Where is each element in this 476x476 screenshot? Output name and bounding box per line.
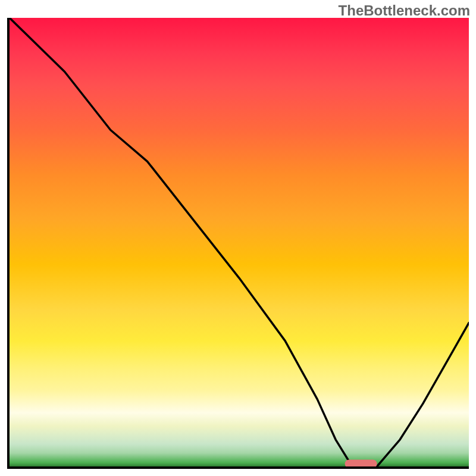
plot-area [7,18,469,469]
chart-container [7,18,469,469]
watermark-text: TheBottleneck.com [339,2,470,19]
heat-gradient-background [10,18,469,466]
